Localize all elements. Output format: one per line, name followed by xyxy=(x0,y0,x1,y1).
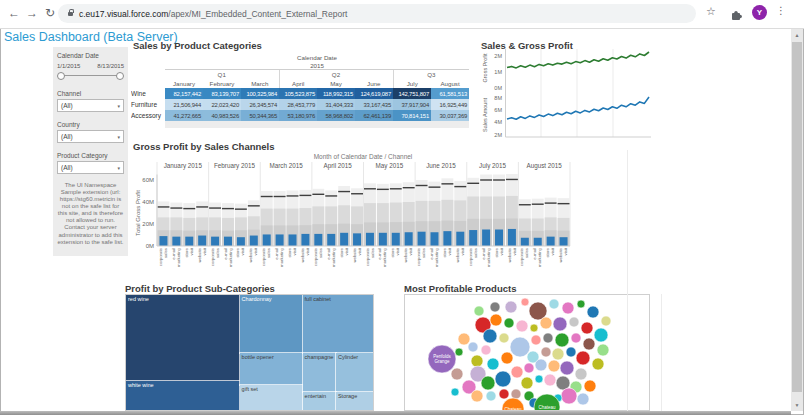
bubble[interactable] xyxy=(577,300,585,308)
bubble[interactable] xyxy=(530,324,538,332)
menu-icon[interactable]: ⋮ xyxy=(776,5,786,16)
bar[interactable] xyxy=(456,232,464,246)
bubble[interactable] xyxy=(553,317,567,331)
bubble[interactable] xyxy=(566,347,576,357)
gantt-tick[interactable] xyxy=(222,208,234,209)
gantt-tick[interactable] xyxy=(235,208,247,209)
bar[interactable] xyxy=(353,233,361,246)
bar[interactable] xyxy=(534,238,542,246)
bar[interactable] xyxy=(547,237,555,246)
gantt-tick[interactable] xyxy=(364,188,376,189)
bar[interactable] xyxy=(495,230,503,247)
treemap-tile[interactable]: bottle opener xyxy=(240,353,303,385)
gantt-tick[interactable] xyxy=(248,205,260,206)
treemap-tile[interactable]: Chardonnay xyxy=(240,295,303,353)
bubble[interactable] xyxy=(481,376,495,390)
bubble[interactable] xyxy=(495,371,511,387)
bar[interactable] xyxy=(263,234,271,246)
bubble[interactable] xyxy=(584,380,596,392)
reload-icon[interactable]: ↻ xyxy=(42,4,58,22)
crosstab-cell[interactable]: 83,139,707 xyxy=(203,88,241,99)
bubble[interactable] xyxy=(511,389,521,399)
bar[interactable] xyxy=(418,232,426,246)
bubble[interactable] xyxy=(576,351,590,365)
bubble[interactable] xyxy=(521,377,533,389)
bubble[interactable] xyxy=(471,390,483,402)
crosstab-cell[interactable]: 30,037,369 xyxy=(431,110,469,121)
bar[interactable] xyxy=(430,232,438,246)
bar[interactable] xyxy=(521,238,529,246)
country-select[interactable]: (All)▾ xyxy=(57,130,124,143)
bubble[interactable] xyxy=(555,333,569,347)
bubble[interactable] xyxy=(521,298,529,306)
slider-handle-left[interactable] xyxy=(57,72,65,80)
gantt-tick[interactable] xyxy=(558,203,570,204)
treemap-tile[interactable]: gift set xyxy=(240,385,303,410)
product-category-select[interactable]: (All)▾ xyxy=(57,161,124,174)
bubble[interactable] xyxy=(499,389,509,399)
bar[interactable] xyxy=(469,230,477,246)
bubble[interactable] xyxy=(499,333,509,343)
vertical-scrollbar[interactable]: ▲ ▼ xyxy=(791,29,803,411)
channel-select[interactable]: (All)▾ xyxy=(57,99,124,112)
bubble[interactable] xyxy=(486,391,496,401)
bubble[interactable] xyxy=(451,368,463,380)
gantt-tick[interactable] xyxy=(196,206,208,207)
gantt-tick[interactable] xyxy=(377,189,389,190)
gantt-tick[interactable] xyxy=(274,196,286,197)
bubble[interactable] xyxy=(524,363,534,373)
bar[interactable] xyxy=(482,230,490,247)
trend-line[interactable] xyxy=(507,52,649,68)
gantt-tick[interactable] xyxy=(351,193,363,194)
bar[interactable] xyxy=(392,233,400,246)
crosstab-cell[interactable]: 100,325,984 xyxy=(241,88,279,99)
crosstab-cell[interactable]: 82,157,442 xyxy=(165,88,203,99)
gantt-tick[interactable] xyxy=(299,195,311,196)
bar[interactable] xyxy=(340,233,348,246)
slider-handle-right[interactable] xyxy=(116,72,124,80)
gantt-tick[interactable] xyxy=(170,207,182,208)
gantt-tick[interactable] xyxy=(506,179,518,180)
scrollbar-thumb[interactable] xyxy=(792,42,802,392)
gantt-tick[interactable] xyxy=(545,202,557,203)
sales-gross-profit-chart[interactable]: Gross Profit0M1M2MSales Amount2M4M6M8M xyxy=(481,46,653,146)
bubble[interactable] xyxy=(552,348,564,360)
bubble[interactable] xyxy=(535,375,543,383)
bubble[interactable] xyxy=(548,360,560,372)
bar[interactable] xyxy=(508,229,516,246)
bar[interactable] xyxy=(276,234,284,246)
treemap-tile[interactable]: white wine xyxy=(126,381,240,410)
bubble[interactable] xyxy=(451,388,459,396)
gantt-tick[interactable] xyxy=(338,191,350,192)
bubble[interactable] xyxy=(587,306,599,318)
gantt-tick[interactable] xyxy=(183,208,195,209)
bubble[interactable] xyxy=(505,301,517,313)
crosstab-cell[interactable]: 31,404,333 xyxy=(317,99,355,110)
bubble[interactable] xyxy=(487,358,499,370)
bubble[interactable] xyxy=(597,344,609,356)
gantt-tick[interactable] xyxy=(261,196,273,197)
forward-icon[interactable]: → xyxy=(24,4,40,22)
gantt-tick[interactable] xyxy=(325,195,337,196)
crosstab-cell[interactable]: 21,506,944 xyxy=(165,99,203,110)
bubble[interactable] xyxy=(471,355,483,367)
bar[interactable] xyxy=(405,232,413,246)
crosstab-cell[interactable]: 142,751,807 xyxy=(393,88,431,99)
gross-profit-bar-chart[interactable]: Month of Calendar Date / ChannelTotal Gr… xyxy=(133,151,573,291)
sales-crosstab[interactable]: Calendar Date2015Q1Q2Q3JanuaryFebruaryMa… xyxy=(131,53,469,128)
bubble[interactable] xyxy=(562,302,574,314)
crosstab-cell[interactable]: 118,992,315 xyxy=(317,88,355,99)
bar[interactable] xyxy=(250,236,258,246)
bubble[interactable] xyxy=(592,358,604,370)
bubble[interactable] xyxy=(575,368,587,380)
bubble[interactable] xyxy=(571,333,581,343)
treemap-tile[interactable]: full cabinet xyxy=(303,295,373,353)
treemap-tile[interactable]: Storage xyxy=(336,392,373,410)
gantt-tick[interactable] xyxy=(493,179,505,180)
extensions-icon[interactable] xyxy=(730,7,742,25)
bubble[interactable] xyxy=(501,352,513,364)
gantt-tick[interactable] xyxy=(532,204,544,205)
address-bar[interactable]: c.eu17.visual.force.com/apex/MI_Embedded… xyxy=(58,4,696,23)
crosstab-cell[interactable]: 41,272,665 xyxy=(165,110,203,121)
treemap-tile[interactable]: red wine xyxy=(126,295,240,381)
